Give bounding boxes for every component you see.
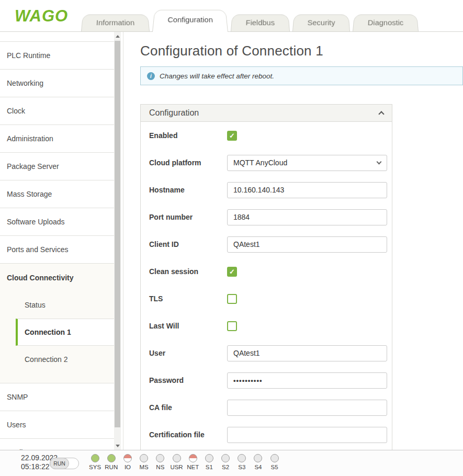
select-value: MQTT AnyCloud bbox=[233, 158, 287, 167]
configuration-panel: Configuration Enabled ✓ Cloud platform M… bbox=[140, 104, 392, 450]
field-row: Port number bbox=[149, 203, 387, 231]
led-strip: SYS RUN IO MS NS USR NET S1 S2 S3 S4 S5 bbox=[87, 454, 283, 470]
text-input[interactable] bbox=[227, 209, 387, 225]
sidebar-item[interactable]: Ports and Services bbox=[0, 235, 115, 263]
led-label: MS bbox=[140, 464, 149, 470]
field-control bbox=[227, 209, 387, 225]
tab-label: Information bbox=[96, 18, 134, 27]
triangle-up-icon bbox=[116, 35, 120, 38]
text-input[interactable] bbox=[227, 236, 387, 253]
field-row: TLS bbox=[149, 285, 387, 312]
field-label: TLS bbox=[149, 294, 227, 303]
field-control bbox=[227, 427, 387, 443]
run-toggle-knob[interactable]: RUN bbox=[50, 458, 69, 469]
text-input[interactable] bbox=[227, 427, 387, 443]
sidebar-item[interactable]: Clock bbox=[0, 97, 115, 124]
tab-label: Diagnostic bbox=[368, 18, 404, 27]
field-control: ✓ bbox=[227, 131, 387, 141]
led-label: IO bbox=[125, 464, 131, 470]
led-indicator bbox=[270, 454, 279, 462]
tab[interactable]: Security bbox=[292, 15, 350, 31]
checkbox[interactable]: ✓ bbox=[227, 267, 237, 277]
led-label: S4 bbox=[254, 464, 262, 470]
wago-logo: WAGO bbox=[15, 7, 68, 26]
led-label: USR bbox=[170, 464, 183, 470]
sidebar-scrollbar[interactable] bbox=[114, 32, 121, 450]
field-row: CA file bbox=[149, 394, 387, 421]
field-control bbox=[227, 294, 387, 304]
header: WAGO InformationConfigurationFieldbusSec… bbox=[0, 0, 463, 32]
reboot-notice: i Changes will take effect after reboot. bbox=[140, 66, 463, 85]
field-row: Cloud platform MQTT AnyCloud bbox=[149, 149, 387, 176]
field-control bbox=[227, 345, 387, 361]
led-indicator bbox=[173, 454, 181, 462]
page-title: Configuration of Connection 1 bbox=[140, 43, 463, 59]
tab[interactable]: Fieldbus bbox=[231, 15, 290, 31]
field-control bbox=[227, 321, 387, 331]
led-indicator bbox=[91, 454, 99, 462]
panel-body: Enabled ✓ Cloud platform MQTT AnyCloud H… bbox=[141, 122, 392, 450]
text-input[interactable] bbox=[227, 400, 387, 416]
checkbox[interactable]: ✓ bbox=[227, 131, 237, 141]
led-indicator bbox=[123, 454, 132, 462]
field-row: Hostname bbox=[149, 176, 387, 203]
field-control bbox=[227, 182, 387, 198]
checkbox[interactable] bbox=[227, 294, 237, 304]
run-stop-toggle[interactable]: RUN bbox=[50, 458, 79, 469]
field-control: MQTT AnyCloud bbox=[227, 155, 387, 171]
led-label: NS bbox=[156, 464, 164, 470]
scroll-down-button[interactable] bbox=[114, 441, 121, 450]
led-item: S1 bbox=[201, 454, 217, 470]
field-label: Password bbox=[149, 376, 227, 384]
sidebar-item[interactable]: Mass Storage bbox=[0, 180, 115, 208]
field-row: Clean session ✓ bbox=[149, 258, 387, 285]
field-row: Certification file bbox=[149, 421, 387, 448]
select-dropdown[interactable]: MQTT AnyCloud bbox=[227, 155, 387, 171]
tab-bar: InformationConfigurationFieldbusSecurity… bbox=[81, 8, 421, 31]
field-label: Certification file bbox=[149, 430, 227, 439]
tab[interactable]: Information bbox=[81, 15, 150, 31]
field-label: Cloud platform bbox=[149, 158, 227, 167]
chevron-down-icon bbox=[377, 159, 382, 164]
led-label: S5 bbox=[271, 464, 278, 470]
text-input[interactable] bbox=[227, 182, 387, 198]
sidebar-group-title[interactable]: Cloud Connectivity bbox=[0, 264, 115, 291]
sidebar-sub-item[interactable]: Connection 1 bbox=[16, 319, 115, 346]
led-indicator bbox=[254, 454, 262, 462]
field-label: Last Will bbox=[149, 322, 227, 330]
status-bar: 22.09.2022 05:18:22 RUN SYS RUN IO MS NS… bbox=[0, 450, 463, 476]
sidebar-item[interactable]: Networking bbox=[0, 69, 115, 97]
led-item: MS bbox=[136, 454, 152, 470]
text-input[interactable] bbox=[227, 345, 387, 361]
sidebar-item[interactable]: SNMP bbox=[0, 383, 115, 411]
sidebar-item[interactable]: Modbus bbox=[0, 438, 115, 450]
text-input[interactable] bbox=[227, 372, 387, 389]
field-row: User bbox=[149, 339, 387, 367]
field-row: Last Will bbox=[149, 312, 387, 339]
main-content: Configuration of Connection 1 i Changes … bbox=[123, 32, 463, 450]
checkbox[interactable] bbox=[227, 321, 237, 331]
sidebar-sub-item[interactable]: Status bbox=[0, 291, 115, 319]
led-indicator bbox=[205, 454, 213, 462]
led-item: S3 bbox=[234, 454, 250, 470]
chevron-up-icon bbox=[378, 111, 384, 117]
sidebar-item[interactable]: Administration bbox=[0, 124, 115, 152]
panel-header[interactable]: Configuration bbox=[141, 105, 392, 122]
led-item: S2 bbox=[218, 454, 234, 470]
sidebar-item[interactable]: Software Uploads bbox=[0, 208, 115, 235]
sidebar-item[interactable]: PLC Runtime bbox=[0, 41, 115, 69]
led-indicator bbox=[156, 454, 164, 462]
sidebar-sub-item[interactable]: Connection 2 bbox=[0, 346, 115, 373]
scroll-up-button[interactable] bbox=[114, 32, 121, 40]
sidebar-item[interactable]: Users bbox=[0, 411, 115, 438]
led-item: IO bbox=[119, 454, 135, 470]
tab[interactable]: Diagnostic bbox=[353, 15, 419, 31]
sidebar: PLC RuntimeNetworkingClockAdministration… bbox=[0, 32, 123, 450]
field-label: Hostname bbox=[149, 186, 227, 194]
led-item: SYS bbox=[87, 454, 103, 470]
led-label: S1 bbox=[206, 464, 213, 470]
tab[interactable]: Configuration bbox=[152, 10, 228, 32]
led-item: NET bbox=[185, 454, 201, 470]
sidebar-item[interactable]: Package Server bbox=[0, 152, 115, 180]
scrollbar-thumb[interactable] bbox=[115, 41, 120, 427]
